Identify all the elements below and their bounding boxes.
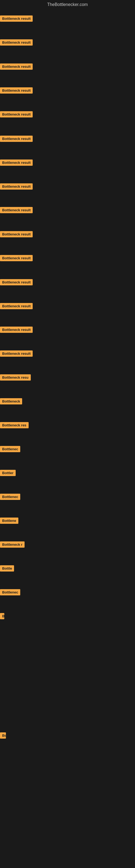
bottleneck-badge[interactable]: B	[0, 613, 4, 619]
bottleneck-item: Bottleneck r	[0, 541, 25, 549]
bottleneck-item: Bottlenec	[0, 589, 20, 596]
bottleneck-item: Bottleneck result	[0, 327, 33, 334]
bottleneck-item: Bottleneck result	[0, 279, 33, 286]
bottleneck-item: Bottleneck result	[0, 39, 33, 46]
bottleneck-badge[interactable]: Bo	[0, 733, 6, 739]
bottleneck-item: Bottlene	[0, 518, 18, 525]
bottleneck-badge[interactable]: Bottleneck result	[0, 159, 33, 166]
bottleneck-badge[interactable]: Bottleneck result	[0, 327, 33, 333]
bottleneck-item: Bottleneck result	[0, 16, 33, 23]
bottleneck-badge[interactable]: Bottleneck result	[0, 63, 33, 70]
bottleneck-badge[interactable]: Bottleneck result	[0, 279, 33, 285]
bottleneck-item: Bottleneck result	[0, 63, 33, 71]
bottleneck-item: Bottleneck result	[0, 87, 33, 95]
bottleneck-badge[interactable]: Bottle	[0, 565, 14, 571]
bottleneck-item: Bottleneck	[0, 398, 22, 405]
bottleneck-badge[interactable]: Bottleneck r	[0, 541, 25, 548]
bottleneck-badge[interactable]: Bottleneck result	[0, 183, 33, 190]
bottleneck-badge[interactable]: Bottlene	[0, 518, 18, 524]
bottleneck-item: Bottlenec	[0, 494, 20, 501]
bottleneck-item: Bottleneck result	[0, 231, 33, 239]
bottleneck-badge[interactable]: Bottleneck result	[0, 135, 33, 142]
bottleneck-badge[interactable]: Bottleneck result	[0, 16, 33, 22]
bottleneck-badge[interactable]: Bottleneck result	[0, 350, 33, 357]
bottleneck-item: Bottleneck result	[0, 111, 33, 119]
bottleneck-item: Bottleneck result	[0, 207, 33, 214]
bottleneck-item: Bottle	[0, 565, 14, 572]
bottleneck-item: Bottlenec	[0, 446, 20, 453]
bottleneck-badge[interactable]: Bottleneck result	[0, 111, 33, 118]
bottleneck-item: Bottleneck result	[0, 135, 33, 143]
bottleneck-badge[interactable]: Bottleneck result	[0, 87, 33, 94]
bottleneck-item: B	[0, 613, 4, 620]
bottleneck-item: Bottleneck res	[0, 422, 29, 429]
bottleneck-badge[interactable]: Bottlenec	[0, 589, 20, 595]
bottleneck-badge[interactable]: Bottlenec	[0, 446, 20, 452]
bottleneck-badge[interactable]: Bottleneck	[0, 398, 22, 404]
bottleneck-item: Bottleneck result	[0, 159, 33, 167]
bottleneck-item: Bottleneck result	[0, 303, 33, 310]
bottleneck-badge[interactable]: Bottleneck res	[0, 422, 29, 428]
bottleneck-item: Bottler	[0, 470, 16, 477]
bottleneck-item: Bottleneck resu	[0, 374, 31, 382]
bottleneck-item: Bottleneck result	[0, 183, 33, 191]
bottleneck-item: Bottleneck result	[0, 350, 33, 358]
bottleneck-item: Bottleneck result	[0, 255, 33, 262]
bottleneck-badge[interactable]: Bottleneck result	[0, 39, 33, 45]
bottleneck-badge[interactable]: Bottleneck result	[0, 255, 33, 261]
bottleneck-badge[interactable]: Bottlenec	[0, 494, 20, 500]
site-title: TheBottlenecker.com	[0, 0, 135, 8]
bottleneck-badge[interactable]: Bottleneck resu	[0, 374, 31, 380]
bottleneck-badge[interactable]: Bottleneck result	[0, 207, 33, 213]
bottleneck-item: Bo	[0, 733, 6, 740]
bottleneck-badge[interactable]: Bottleneck result	[0, 303, 33, 309]
bottleneck-badge[interactable]: Bottler	[0, 470, 16, 476]
bottleneck-badge[interactable]: Bottleneck result	[0, 231, 33, 237]
